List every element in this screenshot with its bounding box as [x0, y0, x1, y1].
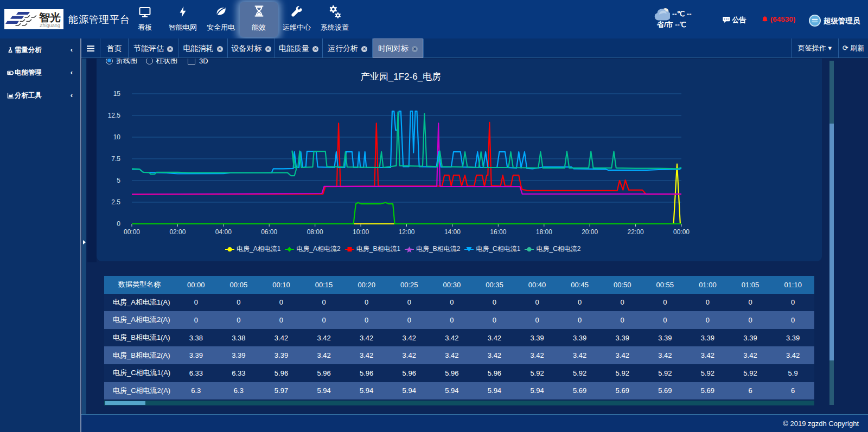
svg-text:00:00: 00:00: [673, 228, 690, 236]
svg-text:0: 0: [117, 220, 120, 228]
svg-text:智光: 智光: [39, 11, 61, 23]
svg-text:12:00: 12:00: [398, 228, 414, 236]
svg-text:7.5: 7.5: [111, 155, 120, 163]
svg-text:5: 5: [117, 177, 120, 184]
svg-text:2.5: 2.5: [111, 198, 120, 206]
svg-text:00:00: 00:00: [124, 228, 140, 236]
svg-text:06:00: 06:00: [261, 228, 277, 236]
svg-text:02:00: 02:00: [169, 228, 186, 236]
svg-text:10: 10: [113, 133, 121, 141]
svg-text:15: 15: [113, 90, 121, 98]
svg-text:22:00: 22:00: [628, 228, 644, 236]
svg-text:18:00: 18:00: [536, 228, 552, 236]
svg-text:Zhiguang: Zhiguang: [40, 23, 60, 28]
svg-text:08:00: 08:00: [307, 228, 323, 236]
svg-text:12.5: 12.5: [108, 112, 121, 119]
svg-text:10:00: 10:00: [353, 228, 369, 236]
svg-text:16:00: 16:00: [490, 228, 506, 236]
svg-text:20:00: 20:00: [582, 228, 598, 236]
svg-text:04:00: 04:00: [215, 228, 232, 236]
svg-text:14:00: 14:00: [444, 228, 461, 236]
